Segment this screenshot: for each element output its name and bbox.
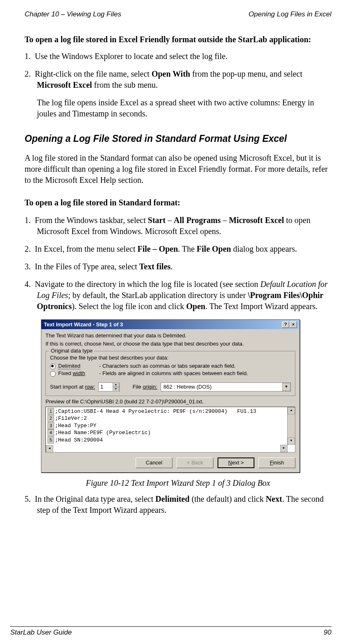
- wizard-titlebar[interactable]: Text Import Wizard - Step 1 of 3 ?×: [41, 320, 299, 329]
- file-origin-combo[interactable]: 862 : Hebrew (DOS) ▼: [161, 382, 291, 391]
- header-left: Chapter 10 – Viewing Log Files: [25, 10, 121, 18]
- list-number: 1.: [25, 216, 31, 225]
- list1-item1: 1. Use the Windows Explorer to locate an…: [25, 51, 331, 62]
- sub-heading: To open a log file stored in Standard fo…: [25, 197, 331, 208]
- radio-icon[interactable]: [50, 364, 56, 369]
- vertical-scrollbar[interactable]: ▲▼: [287, 407, 295, 445]
- group-legend: Original data type: [49, 348, 94, 354]
- scroll-up-icon[interactable]: ▲: [288, 407, 295, 414]
- footer-left: StarLab User Guide: [10, 628, 72, 637]
- list-number: 5.: [25, 494, 31, 503]
- horizontal-scrollbar[interactable]: ◄►: [46, 445, 295, 452]
- figure-caption: Figure 10-12 Text Import Wizard Step 1 o…: [25, 478, 331, 489]
- footer-right: 90: [324, 628, 331, 637]
- finish-button[interactable]: Finish: [258, 457, 295, 468]
- header-right: Opening Log Files in Excel: [249, 10, 331, 18]
- wizard-figure: Text Import Wizard - Step 1 of 3 ?× The …: [41, 319, 331, 473]
- section-para: A log file stored in the Standard format…: [25, 152, 331, 186]
- spinner-down-icon[interactable]: ▼: [113, 387, 119, 391]
- list-number: 3.: [25, 262, 31, 271]
- group-desc: Choose the file type that best describes…: [50, 355, 291, 362]
- list-number: 1.: [25, 52, 31, 61]
- back-button[interactable]: < Back: [177, 457, 213, 468]
- start-import-label: Start import at row:: [50, 384, 95, 390]
- radio-fixed-width[interactable]: Fixed width - Fields are aligned in colu…: [50, 370, 291, 377]
- list2-item1: 1. From the Windows taskbar, select Star…: [25, 215, 331, 237]
- list1-item2: 2. Right-click on the file name, select …: [25, 68, 331, 119]
- scroll-down-icon[interactable]: ▼: [288, 437, 295, 445]
- wizard-title: Text Import Wizard - Step 1 of 3: [44, 321, 123, 328]
- list3-item5: 5. In the Original data type area, selec…: [25, 494, 331, 516]
- list1-item2-cont: The log file opens inside Excel as a spr…: [37, 97, 331, 119]
- page-footer: StarLab User Guide 90: [10, 626, 331, 637]
- wizard-line2: If this is correct, choose Next, or choo…: [45, 341, 295, 348]
- chevron-down-icon[interactable]: ▼: [282, 383, 290, 391]
- scroll-right-icon[interactable]: ►: [280, 445, 288, 452]
- text-import-wizard-dialog: Text Import Wizard - Step 1 of 3 ?× The …: [41, 319, 300, 473]
- preview-label: Preview of file C:\Ophir\USBI 2.0 (build…: [45, 398, 295, 405]
- close-icon[interactable]: ×: [290, 321, 297, 328]
- list2-item2: 2. In Excel, from the menu select File –…: [25, 243, 331, 255]
- cancel-button[interactable]: Cancel: [136, 457, 172, 468]
- list2-item4: 4. Navigate to the directory in which th…: [25, 279, 331, 312]
- wizard-line1: The Text Wizard has determined that your…: [45, 332, 295, 339]
- radio-icon[interactable]: [50, 371, 56, 377]
- scroll-left-icon[interactable]: ◄: [46, 445, 53, 453]
- start-row-input[interactable]: 1 ▲▼: [98, 382, 120, 391]
- list2-item3: 3. In the Files of Type area, select Tex…: [25, 261, 331, 272]
- list-number: 4.: [25, 280, 31, 289]
- help-icon[interactable]: ?: [282, 321, 289, 328]
- list-number: 2.: [25, 244, 31, 253]
- page-header: Chapter 10 – Viewing Log Files Opening L…: [25, 10, 331, 18]
- preview-box: 1;Caption:USBI-4 Head 4 Pyroelectric: PE…: [45, 407, 295, 453]
- list1-item1-text: Use the Windows Explorer to locate and s…: [35, 52, 227, 61]
- list-number: 2.: [25, 69, 31, 78]
- next-button[interactable]: Next >: [218, 457, 254, 468]
- radio-delimited[interactable]: Delimited - Characters such as commas or…: [50, 363, 291, 369]
- spinner-up-icon[interactable]: ▲: [113, 382, 119, 387]
- intro-heading: To open a log file stored in Excel Frien…: [25, 34, 331, 45]
- original-data-type-group: Original data type Choose the file type …: [45, 351, 295, 396]
- section-heading: Opening a Log File Stored in Standard Fo…: [25, 133, 331, 144]
- file-origin-label: File origin:: [133, 384, 157, 390]
